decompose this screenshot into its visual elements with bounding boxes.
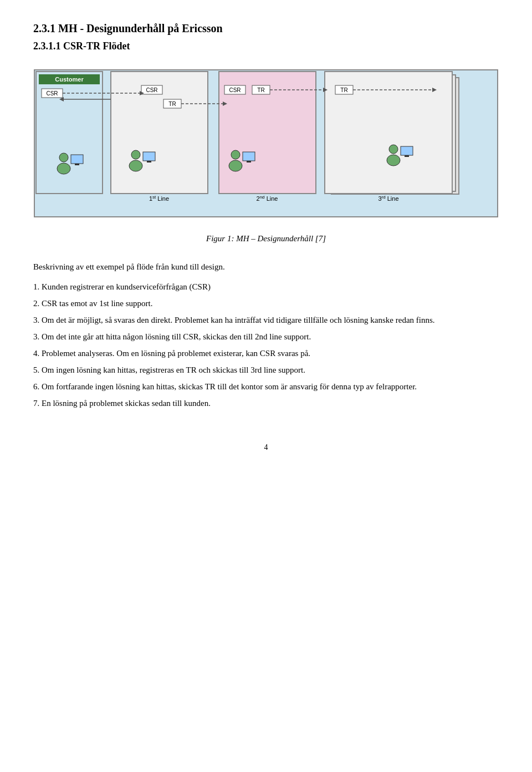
item-number-3b: 3. [33,332,42,341]
svg-text:Customer: Customer [55,76,84,83]
heading2: 2.3.1.1 CSR-TR Flödet [33,40,499,52]
list-item-7: 7. En lösning på problemet skickas sedan… [33,397,499,410]
item-text-4: Problemet analyseras. Om en lösning på p… [42,349,310,358]
list-item-3b: 3. Om det inte går att hitta någon lösni… [33,330,499,343]
numbered-list: 1. Kunden registrerar en kundserviceförf… [33,280,499,410]
svg-rect-27 [243,152,255,161]
svg-text:TR: TR [168,101,176,107]
item-number-5: 5. [33,365,42,374]
svg-rect-37 [401,146,413,155]
svg-rect-28 [247,161,251,162]
svg-text:TR: TR [257,87,264,93]
item-number-2: 2. [33,299,42,308]
svg-text:CSR: CSR [46,90,58,96]
svg-rect-9 [75,164,79,165]
item-text-3b: Om det inte går att hitta någon lösning … [42,332,311,341]
item-number-1: 1. [33,282,42,291]
list-item-1: 1. Kunden registrerar en kundserviceförf… [33,280,499,293]
item-text-6: Om fortfarande ingen lösning kan hittas,… [42,382,417,391]
svg-point-25 [231,150,240,159]
list-item-6: 6. Om fortfarande ingen lösning kan hitt… [33,380,499,393]
svg-text:2nd Line: 2nd Line [257,195,278,202]
svg-rect-8 [71,155,83,164]
item-text-3a: Om det är möjligt, så svaras den direkt.… [42,316,435,324]
figure-caption: Figur 1: MH – Designunderhåll [7] [33,234,499,243]
item-number-7: 7. [33,399,42,408]
svg-rect-38 [405,155,409,157]
svg-text:CSR: CSR [146,87,157,93]
list-item-4: 4. Problemet analyseras. Om en lösning p… [33,347,499,360]
heading1: 2.3.1 MH - Designunderhåll på Ericsson [33,22,499,35]
list-item-2: 2. CSR tas emot av 1st line support. [33,297,499,310]
intro-text: Beskrivning av ett exempel på flöde från… [33,260,499,273]
svg-rect-18 [147,161,151,162]
item-number-3a: 3. [33,316,42,324]
svg-text:1st Line: 1st Line [149,195,169,202]
svg-text:CSR: CSR [229,87,241,93]
diagram: Customer CSR CSR TR 1st Line CSR TR 2nd … [33,69,499,230]
svg-rect-17 [143,152,155,161]
list-item-3: 3. Om det är möjligt, så svaras den dire… [33,313,499,327]
svg-point-35 [389,145,398,154]
svg-point-16 [129,160,142,171]
svg-point-36 [387,155,400,166]
item-number-4: 4. [33,349,42,358]
svg-point-15 [131,150,140,159]
svg-point-6 [59,153,68,162]
svg-text:3rd Line: 3rd Line [378,195,398,202]
svg-point-26 [229,160,242,171]
item-text-7: En lösning på problemet skickas sedan ti… [42,399,211,408]
page-number: 4 [33,443,499,452]
list-item-5: 5. Om ingen lösning kan hittas, registre… [33,363,499,377]
item-text-1: Kunden registrerar en kundserviceförfråg… [42,282,211,291]
item-text-2: CSR tas emot av 1st line support. [42,299,152,308]
item-number-6: 6. [33,382,42,391]
svg-point-7 [57,163,70,174]
svg-text:TR: TR [340,87,347,93]
item-text-5: Om ingen lösning kan hittas, registreras… [42,365,305,374]
